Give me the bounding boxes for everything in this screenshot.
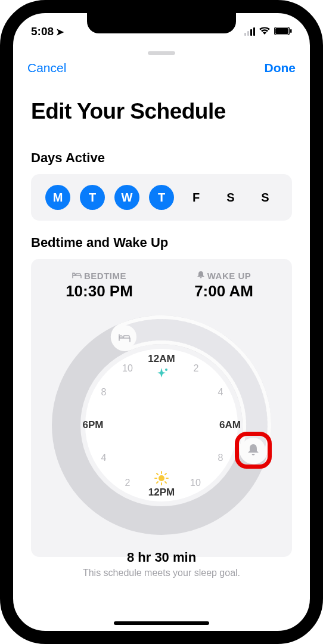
cancel-button[interactable]: Cancel (27, 61, 66, 75)
nav-bar: Cancel Done (13, 57, 310, 75)
dial-6am: 6AM (219, 419, 241, 431)
bedtime-wakeup-card: BEDTIME 10:30 PM WAKE UP 7:00 AM (31, 259, 292, 557)
day-toggle-wed[interactable]: W (114, 185, 139, 210)
mute-switch (0, 101, 1, 123)
svg-line-15 (157, 482, 158, 483)
svg-rect-1 (275, 28, 288, 34)
dial-h8p: 8 (101, 387, 107, 398)
notch (87, 13, 236, 33)
day-toggle-mon[interactable]: M (45, 185, 70, 210)
svg-line-14 (165, 482, 166, 483)
svg-point-7 (165, 369, 167, 371)
wifi-icon (259, 25, 271, 38)
wakeup-label: WAKE UP (207, 271, 251, 281)
sleep-dial[interactable]: 12AM 6AM 12PM 6PM 2 4 8 10 2 4 8 10 (51, 315, 272, 535)
bedtime-label: BEDTIME (84, 271, 126, 281)
dial-12pm: 12PM (148, 487, 175, 498)
svg-point-5 (113, 325, 136, 349)
dial-h8a: 8 (218, 453, 223, 463)
sheet-handle[interactable] (148, 51, 175, 55)
status-time: 5:08 (31, 25, 54, 38)
dial-h4a: 4 (218, 387, 223, 398)
cellular-icon (244, 27, 255, 36)
location-icon: ➤ (56, 26, 64, 38)
page-title: Edit Your Schedule (13, 75, 310, 136)
dial-h10p: 10 (122, 363, 133, 374)
days-active-label: Days Active (13, 136, 310, 174)
bed-icon (72, 271, 82, 281)
dial-6pm: 6PM (83, 419, 104, 431)
dial-12am: 12AM (148, 353, 175, 364)
day-toggle-fri[interactable]: F (184, 185, 209, 210)
sleep-goal-hint: This schedule meets your sleep goal. (31, 568, 292, 578)
bedtime-wakeup-label: Bedtime and Wake Up (13, 221, 310, 259)
dial-h2a: 2 (194, 363, 199, 374)
day-toggle-tue[interactable]: T (80, 185, 105, 210)
day-toggle-sat[interactable]: S (218, 185, 243, 210)
svg-point-8 (159, 475, 164, 481)
volume-down-button (0, 197, 1, 239)
svg-line-13 (157, 473, 158, 475)
days-row: M T W T F S S (31, 174, 292, 221)
day-toggle-thu[interactable]: T (149, 185, 174, 210)
dial-h4p: 4 (101, 453, 107, 463)
battery-icon (274, 25, 292, 38)
wakeup-value: 7:00 AM (162, 282, 286, 301)
day-toggle-sun[interactable]: S (253, 185, 278, 210)
dial-h2p: 2 (125, 478, 131, 488)
done-button[interactable]: Done (265, 61, 296, 75)
svg-rect-2 (290, 29, 292, 33)
home-indicator[interactable] (114, 621, 209, 625)
volume-up-button (0, 143, 1, 185)
phone-frame: 5:08 ➤ Cancel Done Edit Your Schedule Da… (0, 0, 323, 644)
sleep-duration: 8 hr 30 min (31, 550, 292, 565)
bedtime-value: 10:30 PM (37, 282, 162, 301)
bell-icon (197, 271, 205, 281)
dial-h10a: 10 (190, 478, 201, 488)
svg-line-16 (165, 473, 166, 475)
